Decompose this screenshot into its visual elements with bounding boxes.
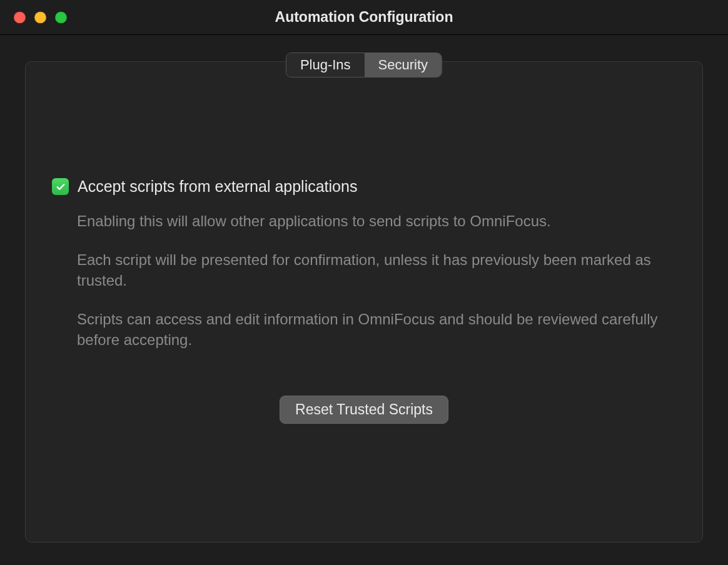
minimize-window-button[interactable] <box>34 11 46 23</box>
tab-security[interactable]: Security <box>365 53 442 77</box>
tab-bar: Plug-Ins Security <box>286 52 442 78</box>
description-paragraph-3: Scripts can access and edit information … <box>77 309 676 351</box>
checkmark-icon <box>55 181 66 192</box>
description-paragraph-2: Each script will be presented for confir… <box>77 249 676 291</box>
accept-scripts-checkbox[interactable] <box>52 178 69 195</box>
tab-plugins[interactable]: Plug-Ins <box>286 53 365 77</box>
window-title: Automation Configuration <box>0 9 728 26</box>
traffic-lights <box>14 11 67 23</box>
close-window-button[interactable] <box>14 11 26 23</box>
zoom-window-button[interactable] <box>55 11 67 23</box>
security-panel: Accept scripts from external application… <box>25 61 703 542</box>
content-area: Plug-Ins Security Accept scripts from ex… <box>0 35 728 565</box>
accept-scripts-label: Accept scripts from external application… <box>78 178 357 196</box>
accept-scripts-row: Accept scripts from external application… <box>52 178 676 196</box>
description-paragraph-1: Enabling this will allow other applicati… <box>77 211 676 232</box>
reset-trusted-scripts-button[interactable]: Reset Trusted Scripts <box>280 396 448 424</box>
button-row: Reset Trusted Scripts <box>52 396 676 424</box>
titlebar: Automation Configuration <box>0 0 728 35</box>
